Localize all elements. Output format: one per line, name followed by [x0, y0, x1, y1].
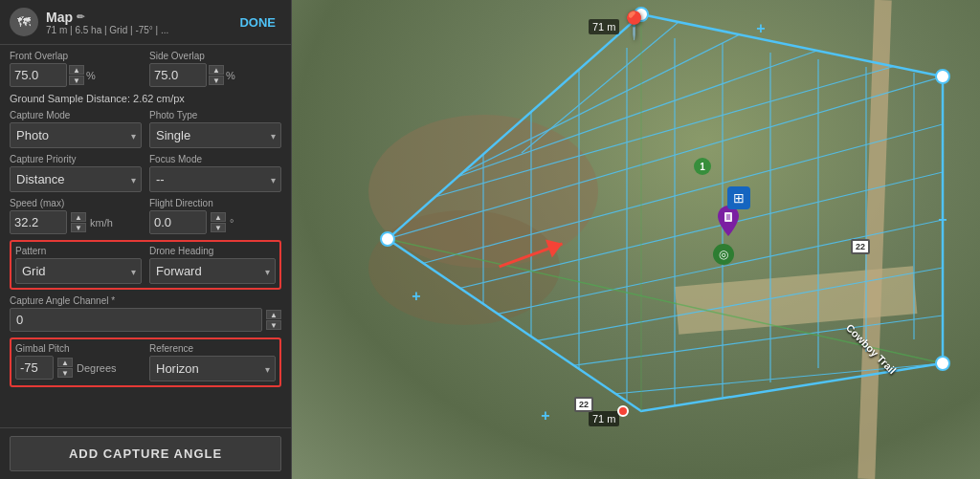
- svg-text:+: +: [412, 288, 420, 304]
- flight-direction-spinner: ▲ ▼: [211, 212, 226, 232]
- capture-priority-label: Capture Priority: [10, 154, 142, 164]
- capture-angle-input-group: ▲ ▼: [10, 308, 281, 332]
- pattern-select-wrapper: Grid: [15, 258, 142, 284]
- speed-input[interactable]: [10, 210, 67, 234]
- pattern-field: Pattern Grid: [15, 246, 142, 284]
- reference-label: Reference: [149, 343, 276, 354]
- highway-sign-2: 22: [574, 397, 593, 412]
- focus-mode-select-wrapper: --: [149, 166, 281, 192]
- side-overlap-field: Side Overlap ▲ ▼ %: [149, 51, 281, 87]
- flight-direction-down[interactable]: ▼: [211, 223, 226, 232]
- flight-direction-unit: °: [230, 217, 234, 229]
- flight-direction-up[interactable]: ▲: [211, 212, 226, 222]
- focus-mode-select[interactable]: --: [149, 166, 281, 192]
- focus-mode-label: Focus Mode: [149, 154, 281, 164]
- gimbal-pitch-field: Gimbal Pitch ▲ ▼ Degrees: [15, 343, 142, 381]
- svg-line-15: [464, 19, 770, 172]
- gimbal-reference-row: Gimbal Pitch ▲ ▼ Degrees Reference: [15, 343, 276, 381]
- gimbal-pitch-unit: Degrees: [77, 362, 117, 374]
- front-overlap-label: Front Overlap: [10, 51, 142, 61]
- aerial-background: + + + + 71 m 71 m 📍 1 ⊞ ◎: [292, 0, 980, 479]
- purple-pin: [718, 206, 739, 240]
- photo-type-label: Photo Type: [149, 110, 281, 120]
- capture-photo-row: Capture Mode Photo Photo Type Single: [10, 110, 281, 148]
- side-overlap-up[interactable]: ▲: [209, 65, 224, 75]
- side-overlap-input[interactable]: [149, 63, 207, 87]
- gimbal-icon: ⊞: [727, 186, 750, 209]
- speed-direction-row: Speed (max) ▲ ▼ km/h Flight Direction ▲: [10, 198, 281, 234]
- gimbal-reference-highlighted: Gimbal Pitch ▲ ▼ Degrees Reference: [10, 337, 281, 387]
- photo-type-select[interactable]: Single: [149, 122, 281, 148]
- front-overlap-input[interactable]: [10, 63, 67, 87]
- drone-heading-label: Drone Heading: [149, 246, 276, 256]
- speed-label: Speed (max): [10, 198, 142, 208]
- capture-angle-spinner: ▲ ▼: [266, 310, 281, 330]
- capture-mode-label: Capture Mode: [10, 110, 142, 120]
- front-overlap-spinner: ▲ ▼: [69, 65, 84, 85]
- map-icon: 🗺: [10, 8, 38, 36]
- capture-angle-input[interactable]: [10, 308, 262, 332]
- front-overlap-field: Front Overlap ▲ ▼ %: [10, 51, 142, 87]
- capture-mode-select[interactable]: Photo: [10, 122, 142, 148]
- speed-up[interactable]: ▲: [71, 212, 86, 222]
- svg-point-31: [936, 357, 949, 370]
- gsd-label: Ground Sample Distance:: [10, 93, 130, 104]
- target-icon: ◎: [713, 244, 734, 265]
- pattern-label: Pattern: [15, 246, 142, 256]
- reference-select[interactable]: Horizon: [149, 356, 276, 381]
- svg-line-6: [388, 76, 943, 239]
- capture-priority-field: Capture Priority Distance: [10, 154, 142, 192]
- speed-spinner: ▲ ▼: [71, 212, 86, 232]
- side-overlap-label: Side Overlap: [149, 51, 281, 61]
- gimbal-pitch-label: Gimbal Pitch: [15, 343, 142, 354]
- capture-mode-field: Capture Mode Photo: [10, 110, 142, 148]
- svg-point-32: [381, 232, 394, 246]
- reference-select-wrapper: Horizon: [149, 356, 276, 381]
- front-overlap-up[interactable]: ▲: [69, 65, 84, 75]
- gimbal-pitch-input[interactable]: [15, 356, 54, 380]
- side-overlap-unit: %: [226, 70, 235, 81]
- highway-sign-1: 22: [851, 239, 870, 254]
- photo-type-field: Photo Type Single: [149, 110, 281, 148]
- capture-angle-down[interactable]: ▼: [266, 320, 281, 330]
- flight-direction-input-group: ▲ ▼ °: [149, 210, 281, 234]
- drone-heading-select[interactable]: Forward: [149, 258, 276, 284]
- svg-text:+: +: [541, 407, 549, 424]
- gimbal-pitch-spinner: ▲ ▼: [57, 358, 73, 378]
- capture-angle-up[interactable]: ▲: [266, 310, 281, 319]
- header-title: Map ✏: [46, 10, 226, 25]
- front-overlap-down[interactable]: ▼: [69, 76, 84, 85]
- capture-angle-field: Capture Angle Channel * ▲ ▼: [10, 295, 281, 332]
- reference-field: Reference Horizon: [149, 343, 276, 381]
- sidebar-footer: ADD CAPTURE ANGLE: [0, 427, 291, 479]
- svg-text:+: +: [756, 20, 765, 36]
- map-area: + + + + 71 m 71 m 📍 1 ⊞ ◎: [292, 0, 980, 479]
- edit-icon[interactable]: ✏: [77, 11, 84, 22]
- capture-priority-select-wrapper: Distance: [10, 166, 142, 192]
- svg-text:+: +: [938, 211, 947, 228]
- svg-marker-4: [388, 14, 943, 411]
- gimbal-pitch-down[interactable]: ▼: [57, 368, 73, 378]
- flight-direction-field: Flight Direction ▲ ▼ °: [149, 198, 281, 234]
- capture-angle-row: Capture Angle Channel * ▲ ▼: [10, 295, 281, 332]
- front-overlap-input-wrapper: ▲ ▼ %: [10, 63, 142, 87]
- gimbal-pitch-input-group: ▲ ▼ Degrees: [15, 356, 142, 380]
- flight-direction-input[interactable]: [149, 210, 207, 234]
- capture-priority-select[interactable]: Distance: [10, 166, 142, 192]
- side-overlap-down[interactable]: ▼: [209, 76, 224, 85]
- pattern-heading-highlighted: Pattern Grid Drone Heading Forward: [10, 240, 281, 290]
- svg-line-13: [388, 53, 943, 210]
- done-button[interactable]: DONE: [234, 11, 281, 33]
- side-overlap-spinner: ▲ ▼: [209, 65, 224, 85]
- distance-bottom-label: 71 m: [589, 411, 619, 426]
- pattern-drone-row: Pattern Grid Drone Heading Forward: [15, 246, 276, 284]
- add-capture-angle-button[interactable]: ADD CAPTURE ANGLE: [10, 436, 281, 471]
- priority-focus-row: Capture Priority Distance Focus Mode --: [10, 154, 281, 192]
- gimbal-pitch-up[interactable]: ▲: [57, 358, 73, 367]
- speed-down[interactable]: ▼: [71, 223, 86, 232]
- speed-field: Speed (max) ▲ ▼ km/h: [10, 198, 142, 234]
- flight-direction-label: Flight Direction: [149, 198, 281, 208]
- pattern-select[interactable]: Grid: [15, 258, 142, 284]
- svg-marker-5: [388, 14, 943, 411]
- focus-mode-field: Focus Mode --: [149, 154, 281, 192]
